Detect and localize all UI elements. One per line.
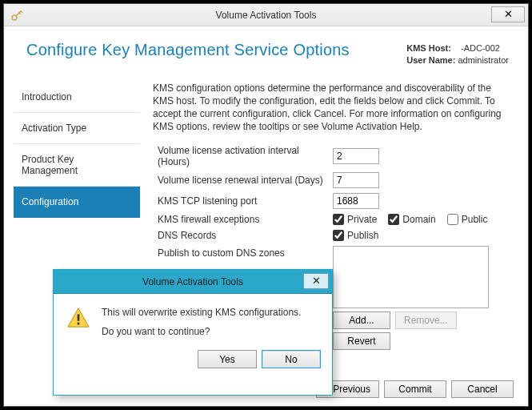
firewall-private-label: Private [347, 214, 377, 225]
dialog-no-button[interactable]: No [262, 350, 321, 368]
svg-rect-2 [78, 323, 80, 325]
header: Configure Key Management Service Options… [4, 26, 528, 74]
titlebar: Volume Activation Tools ✕ [4, 4, 528, 26]
add-button[interactable]: Add... [333, 312, 390, 329]
activation-interval-label: Volume license activation interval (Hour… [153, 145, 333, 167]
dns-records-label: DNS Records [153, 230, 333, 241]
dialog-line1: This will overwrite existing KMS configu… [102, 307, 301, 318]
cancel-button[interactable]: Cancel [451, 380, 514, 398]
footer-buttons: < Previous Commit Cancel [316, 380, 514, 398]
window-title: Volume Activation Tools [4, 10, 528, 21]
svg-rect-1 [78, 314, 80, 320]
dialog-text: This will overwrite existing KMS configu… [102, 307, 301, 337]
dialog-yes-button[interactable]: Yes [198, 350, 257, 368]
firewall-public-label: Public [462, 214, 488, 225]
firewall-public-checkbox[interactable]: Public [447, 214, 488, 225]
dialog-close-button[interactable]: ✕ [303, 273, 329, 289]
page-title: Configure Key Management Service Options [26, 41, 350, 59]
activation-interval-input[interactable] [333, 148, 379, 164]
dialog-titlebar: Volume Activation Tools ✕ [54, 270, 332, 294]
confirm-dialog: Volume Activation Tools ✕ This will over… [53, 269, 333, 396]
tcp-port-input[interactable] [333, 193, 379, 209]
custom-dns-label: Publish to custom DNS zones [153, 246, 333, 259]
window-close-button[interactable]: ✕ [491, 6, 525, 22]
renewal-interval-input[interactable] [333, 172, 379, 188]
firewall-domain-label: Domain [402, 214, 435, 225]
sidebar-item-introduction[interactable]: Introduction [14, 82, 140, 113]
user-value: administrator [458, 55, 509, 65]
sidebar-item-configuration[interactable]: Configuration [14, 187, 140, 218]
kms-host-value: -ADC-002 [461, 43, 500, 53]
tcp-port-label: KMS TCP listening port [153, 195, 333, 207]
remove-button: Remove... [395, 312, 457, 329]
description-text: KMS configuration options determine the … [153, 82, 514, 134]
warning-icon [66, 307, 90, 329]
revert-button[interactable]: Revert [333, 332, 390, 350]
dialog-title: Volume Activation Tools [142, 276, 243, 287]
kms-host-label: KMS Host: [406, 43, 451, 53]
sidebar-item-product-key-management[interactable]: Product Key Management [14, 144, 140, 187]
user-label: User Name: [406, 55, 455, 65]
dns-publish-label: Publish [347, 230, 378, 241]
renewal-interval-label: Volume license renewal interval (Days) [153, 175, 333, 186]
host-info: KMS Host: -ADC-002 User Name: administra… [406, 42, 509, 67]
firewall-domain-checkbox[interactable]: Domain [388, 214, 435, 225]
custom-dns-zones-input[interactable] [333, 246, 489, 308]
dns-publish-checkbox[interactable]: Publish [333, 230, 378, 241]
dialog-line2: Do you want to continue? [102, 326, 301, 337]
sidebar-item-activation-type[interactable]: Activation Type [14, 113, 140, 144]
firewall-label: KMS firewall exceptions [153, 214, 333, 225]
firewall-private-checkbox[interactable]: Private [333, 214, 377, 225]
commit-button[interactable]: Commit [384, 380, 446, 398]
app-icon [10, 9, 23, 22]
